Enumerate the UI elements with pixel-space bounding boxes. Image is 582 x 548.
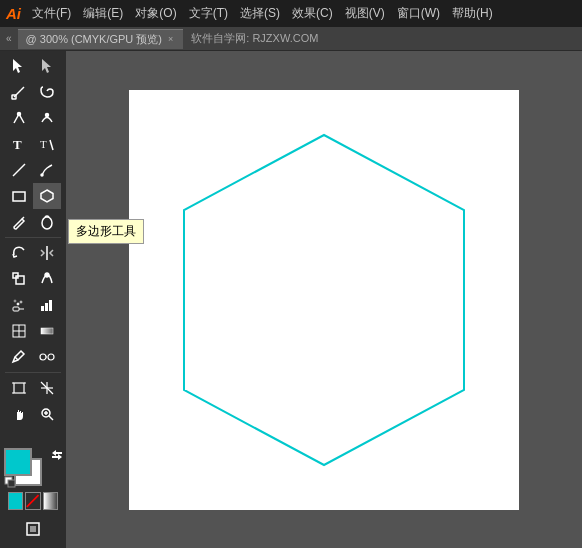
tool-row-12 [0,344,66,370]
reflect-tool[interactable] [33,240,61,266]
svg-marker-52 [184,135,464,465]
tab-close-button[interactable]: × [168,34,173,44]
svg-marker-13 [41,190,53,202]
tool-row-14 [0,401,66,427]
bottom-icons-row [4,490,62,512]
svg-line-10 [13,164,25,176]
menu-window[interactable]: 窗口(W) [392,3,445,24]
menu-help[interactable]: 帮助(H) [447,3,498,24]
tool-row-13 [0,375,66,401]
gradient-fill-icon[interactable] [43,492,58,510]
tab-item[interactable]: @ 300% (CMYK/GPU 预览) × [18,29,184,49]
line-tool[interactable] [5,157,33,183]
menu-edit[interactable]: 编辑(E) [78,3,128,24]
svg-rect-31 [41,328,53,334]
type-tool[interactable]: T [5,131,33,157]
blend-tool[interactable] [33,344,61,370]
svg-point-22 [20,301,22,303]
svg-point-11 [41,174,43,176]
pencil-tool[interactable] [33,157,61,183]
color-boxes [4,448,64,488]
svg-point-19 [45,273,49,277]
tab-label: @ 300% (CMYK/GPU 预览) [26,32,162,47]
menu-bar: 文件(F) 编辑(E) 对象(O) 文字(T) 选择(S) 效果(C) 视图(V… [27,3,498,24]
tool-row-1 [0,53,66,79]
svg-point-5 [18,113,21,116]
svg-rect-51 [30,526,36,532]
menu-text[interactable]: 文字(T) [184,3,233,24]
touch-type-tool[interactable]: T [33,131,61,157]
tool-row-8 [0,240,66,266]
svg-rect-12 [13,192,25,201]
hand-tool[interactable] [5,401,33,427]
svg-rect-17 [16,276,24,284]
paintbrush-tool[interactable] [5,209,33,235]
svg-rect-48 [8,480,15,487]
tool-row-5 [0,157,66,183]
tab-website: 软件自学网: RJZXW.COM [191,31,318,46]
no-fill-icon[interactable] [25,492,40,510]
tool-row-4: T T [0,131,66,157]
svg-rect-26 [45,303,48,311]
tool-row-2 [0,79,66,105]
tool-row-11 [0,318,66,344]
magic-wand-tool[interactable] [5,79,33,105]
slice-tool[interactable] [33,375,61,401]
svg-line-2 [14,90,21,97]
menu-select[interactable]: 选择(S) [235,3,285,24]
curvature-tool[interactable] [33,105,61,131]
svg-point-15 [42,217,52,229]
svg-point-33 [48,354,54,360]
svg-line-44 [49,416,53,420]
canvas-document [129,90,519,510]
polygon-tool[interactable] [33,183,61,209]
swap-colors-icon[interactable] [50,448,64,462]
svg-line-9 [50,140,53,150]
eyedropper-tool[interactable] [5,344,33,370]
tool-row-9 [0,266,66,292]
rectangle-tool[interactable] [5,183,33,209]
artboard-tool[interactable] [5,375,33,401]
main-layout: T T [0,51,582,548]
rotate-tool[interactable] [5,240,33,266]
tool-row-7 [0,209,66,235]
tab-bar: « @ 300% (CMYK/GPU 预览) × 软件自学网: RJZXW.CO… [0,27,582,51]
svg-rect-25 [41,306,44,311]
fill-color-icon[interactable] [8,492,23,510]
column-graph-tool[interactable] [33,292,61,318]
ai-logo: Ai [6,5,21,22]
pen-tool[interactable] [5,105,33,131]
mesh-tool[interactable] [5,318,33,344]
tool-row-3 [0,105,66,131]
gradient-tool[interactable] [33,318,61,344]
tool-row-10 [0,292,66,318]
svg-text:T: T [40,138,47,150]
screen-mode-button[interactable] [19,516,47,542]
tool-row-6 [0,183,66,209]
svg-rect-35 [14,383,24,393]
direct-select-tool[interactable] [33,53,61,79]
menu-object[interactable]: 对象(O) [130,3,181,24]
reshape-tool[interactable] [33,266,61,292]
menu-file[interactable]: 文件(F) [27,3,76,24]
divider-1 [5,237,61,238]
svg-rect-23 [13,307,19,311]
color-area [0,444,66,546]
foreground-color[interactable] [4,448,32,476]
svg-point-6 [46,114,49,117]
tab-expand-icon[interactable]: « [4,31,14,46]
menu-view[interactable]: 视图(V) [340,3,390,24]
menu-effect[interactable]: 效果(C) [287,3,338,24]
zoom-tool[interactable] [33,401,61,427]
divider-2 [5,372,61,373]
blob-brush-tool[interactable] [33,209,61,235]
svg-text:T: T [13,137,22,152]
svg-marker-0 [13,59,22,73]
svg-point-21 [17,303,19,305]
scale-tool[interactable] [5,266,33,292]
selection-tool[interactable] [5,53,33,79]
toolbar: T T [0,51,66,548]
lasso-tool[interactable] [33,79,61,105]
reset-colors-icon[interactable] [4,476,16,488]
symbol-sprayer-tool[interactable] [5,292,33,318]
